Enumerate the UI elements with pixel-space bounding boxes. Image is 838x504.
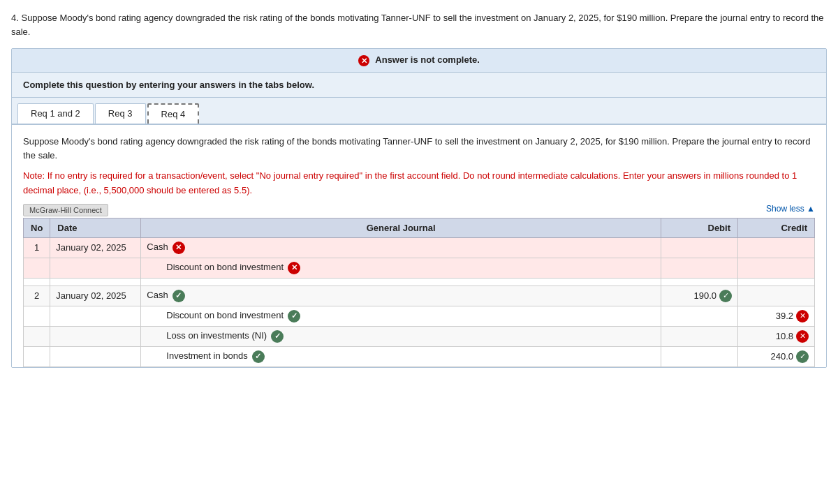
question-body: Suppose Moody's bond rating agency downg… bbox=[11, 13, 824, 37]
journal-status-check-icon: ✓ bbox=[288, 310, 300, 323]
col-no: No bbox=[24, 218, 50, 237]
cell-no bbox=[24, 278, 50, 286]
cell-journal[interactable]: Discount on bond investment✓ bbox=[141, 306, 661, 326]
cell-journal[interactable]: Cash✓ bbox=[141, 286, 661, 306]
col-date: Date bbox=[50, 218, 141, 237]
table-row: Discount on bond investment✕ bbox=[24, 258, 815, 278]
journal-status-x-icon: ✕ bbox=[288, 262, 300, 274]
content-area: Suppose Moody's bond rating agency downg… bbox=[12, 125, 826, 367]
mcgraw-row: McGraw-Hill Connect Show less ▲ bbox=[23, 204, 815, 216]
tab-req3[interactable]: Req 3 bbox=[95, 103, 146, 124]
cell-no: 1 bbox=[24, 237, 50, 258]
cell-date bbox=[50, 258, 141, 278]
tab-req4[interactable]: Req 4 bbox=[147, 103, 200, 124]
journal-status-check-icon: ✓ bbox=[172, 290, 185, 302]
banner-text: Answer is not complete. bbox=[375, 54, 480, 65]
col-credit: Credit bbox=[738, 218, 815, 237]
cell-journal[interactable]: Investment in bonds✓ bbox=[141, 346, 661, 366]
cell-debit[interactable] bbox=[661, 278, 738, 286]
cell-journal[interactable]: Discount on bond investment✕ bbox=[141, 258, 661, 278]
credit-x-icon: ✕ bbox=[796, 310, 809, 323]
table-header-row: No Date General Journal Debit Credit bbox=[24, 218, 815, 237]
cell-journal[interactable] bbox=[141, 278, 661, 286]
cell-credit[interactable]: 39.2✕ bbox=[738, 306, 815, 326]
col-debit: Debit bbox=[661, 218, 738, 237]
credit-x-icon: ✕ bbox=[796, 330, 809, 343]
note-text: Note: If no entry is required for a tran… bbox=[23, 169, 815, 198]
cell-date: January 02, 2025 bbox=[50, 286, 141, 306]
table-row: 2January 02, 2025Cash✓190.0✓ bbox=[24, 286, 815, 306]
journal-status-check-icon: ✓ bbox=[252, 350, 265, 363]
question-text: 4. Suppose Moody's bond rating agency do… bbox=[11, 11, 827, 38]
cell-debit[interactable] bbox=[661, 326, 738, 346]
cell-date bbox=[50, 326, 141, 346]
mcgraw-label: McGraw-Hill Connect bbox=[23, 204, 108, 216]
cell-debit[interactable] bbox=[661, 258, 738, 278]
journal-status-x-icon: ✕ bbox=[172, 242, 185, 254]
not-complete-icon: ✕ bbox=[358, 55, 369, 66]
journal-table: No Date General Journal Debit Credit 1Ja… bbox=[23, 218, 815, 367]
cell-debit[interactable] bbox=[661, 346, 738, 366]
show-less-link[interactable]: Show less ▲ bbox=[766, 204, 815, 214]
cell-date bbox=[50, 306, 141, 326]
credit-check-icon: ✓ bbox=[796, 350, 809, 363]
complete-instruction: Complete this question by entering your … bbox=[12, 73, 826, 98]
tab-req1and2[interactable]: Req 1 and 2 bbox=[17, 103, 94, 124]
note-body: Note: If no entry is required for a tran… bbox=[23, 170, 797, 195]
cell-no: 2 bbox=[24, 286, 50, 306]
cell-debit[interactable] bbox=[661, 237, 738, 258]
col-journal: General Journal bbox=[141, 218, 661, 237]
answer-banner: ✕ Answer is not complete. bbox=[12, 49, 826, 73]
cell-journal[interactable]: Cash✕ bbox=[141, 237, 661, 258]
cell-no bbox=[24, 346, 50, 366]
cell-credit[interactable] bbox=[738, 278, 815, 286]
cell-credit[interactable] bbox=[738, 237, 815, 258]
cell-credit[interactable]: 240.0✓ bbox=[738, 346, 815, 366]
cell-credit[interactable] bbox=[738, 258, 815, 278]
table-row: Loss on investments (NI)✓10.8✕ bbox=[24, 326, 815, 346]
cell-no bbox=[24, 258, 50, 278]
table-row: Investment in bonds✓240.0✓ bbox=[24, 346, 815, 366]
table-row: 1January 02, 2025Cash✕ bbox=[24, 237, 815, 258]
cell-journal[interactable]: Loss on investments (NI)✓ bbox=[141, 326, 661, 346]
answer-box: ✕ Answer is not complete. Complete this … bbox=[11, 48, 827, 368]
question-number: 4. bbox=[11, 13, 19, 23]
cell-date bbox=[50, 278, 141, 286]
table-row: Discount on bond investment✓39.2✕ bbox=[24, 306, 815, 326]
tabs-row: Req 1 and 2 Req 3 Req 4 bbox=[12, 98, 826, 125]
cell-date bbox=[50, 346, 141, 366]
instruction-text: Complete this question by entering your … bbox=[23, 80, 314, 90]
cell-no bbox=[24, 326, 50, 346]
cell-date: January 02, 2025 bbox=[50, 237, 141, 258]
cell-debit[interactable] bbox=[661, 306, 738, 326]
description-text: Suppose Moody's bond rating agency downg… bbox=[23, 135, 815, 164]
cell-credit[interactable] bbox=[738, 286, 815, 306]
journal-status-check-icon: ✓ bbox=[271, 330, 284, 343]
table-row bbox=[24, 278, 815, 286]
cell-debit[interactable]: 190.0✓ bbox=[661, 286, 738, 306]
debit-check-icon: ✓ bbox=[719, 290, 732, 302]
description-body: Suppose Moody's bond rating agency downg… bbox=[23, 136, 810, 161]
cell-no bbox=[24, 306, 50, 326]
cell-credit[interactable]: 10.8✕ bbox=[738, 326, 815, 346]
